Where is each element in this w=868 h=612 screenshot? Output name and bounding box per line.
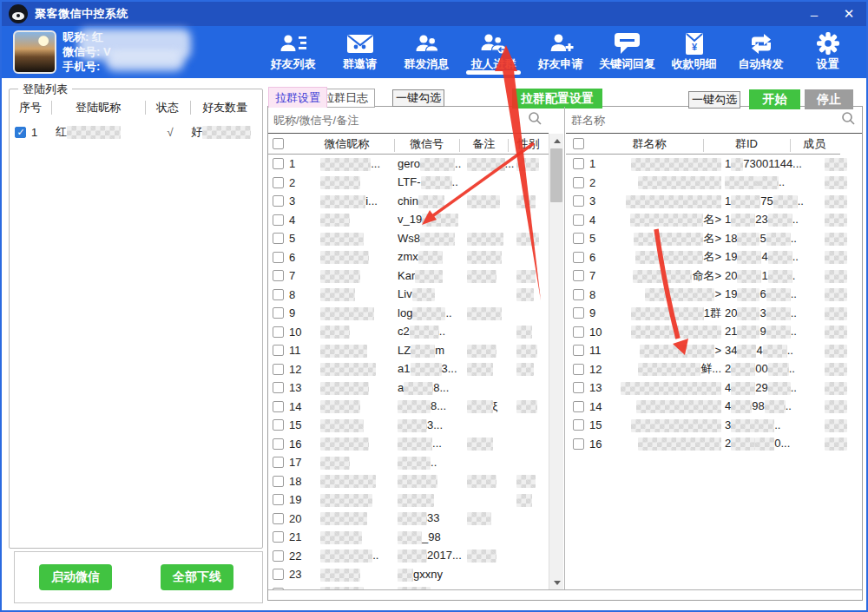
row-checkbox[interactable]: [573, 158, 584, 169]
row-checkbox[interactable]: [573, 382, 584, 393]
group-row[interactable]: 11 > 344..: [566, 341, 862, 360]
group-search-input[interactable]: [566, 114, 841, 127]
row-checkbox[interactable]: [573, 233, 584, 244]
group-row[interactable]: 4 名> 123..: [566, 211, 862, 230]
group-row[interactable]: 6 名> 194..: [566, 248, 862, 267]
group-row[interactable]: 12 鲜... 200..: [566, 360, 862, 379]
close-button[interactable]: ✕: [832, 2, 866, 26]
row-checkbox[interactable]: [273, 438, 284, 450]
group-row[interactable]: 2 ..: [566, 174, 862, 193]
tab-pull-group-settings[interactable]: 拉群设置: [268, 87, 327, 108]
toolbar-item-keyword-reply[interactable]: 关键词回复: [594, 26, 661, 72]
friend-row[interactable]: 2 LTF-..: [268, 174, 549, 193]
toolbar-item-friend-list[interactable]: 好友列表: [260, 26, 326, 72]
friend-row[interactable]: 8 Liv: [268, 286, 549, 305]
friend-row[interactable]: 18: [268, 472, 549, 491]
friend-row[interactable]: 13 a8...: [268, 378, 549, 398]
row-checkbox[interactable]: [573, 214, 584, 226]
friend-row[interactable]: 20 33: [268, 510, 549, 529]
toolbar-item-auto-forward[interactable]: 自动转发: [727, 26, 794, 72]
friend-table-scrollbar[interactable]: [549, 134, 563, 589]
friend-row[interactable]: 23 gxxny: [268, 565, 549, 584]
row-checkbox[interactable]: [573, 252, 584, 263]
row-checkbox[interactable]: [273, 233, 284, 244]
scrollbar-up-arrow[interactable]: [549, 134, 564, 148]
row-checkbox[interactable]: [273, 569, 284, 580]
friend-row[interactable]: 3 i... chin: [268, 192, 549, 211]
friend-row[interactable]: 16 ...: [268, 435, 549, 454]
friend-row[interactable]: 4 v_19: [268, 211, 549, 230]
select-all-groups-button[interactable]: 一键勾选: [688, 91, 740, 109]
friend-row[interactable]: 9 log..: [268, 304, 549, 323]
friend-row[interactable]: 17 ..: [268, 453, 549, 472]
login-row-checkbox[interactable]: [15, 127, 26, 138]
row-checkbox[interactable]: [273, 270, 284, 281]
group-row[interactable]: 13 429..: [566, 378, 862, 398]
group-row[interactable]: 1 173001144...: [566, 155, 862, 174]
row-checkbox[interactable]: [573, 364, 584, 375]
row-checkbox[interactable]: [573, 307, 584, 319]
start-wechat-button[interactable]: 启动微信: [39, 564, 112, 590]
row-checkbox[interactable]: [573, 270, 584, 281]
row-checkbox[interactable]: [573, 401, 584, 412]
row-checkbox[interactable]: [273, 513, 284, 524]
friend-row[interactable]: 7 Kar: [268, 267, 549, 286]
row-checkbox[interactable]: [573, 345, 584, 356]
friend-select-all-checkbox[interactable]: [273, 138, 284, 149]
group-row[interactable]: 15 3..: [566, 416, 862, 435]
select-all-friends-button[interactable]: 一键勾选: [392, 89, 444, 107]
row-checkbox[interactable]: [273, 457, 284, 468]
row-checkbox[interactable]: [273, 419, 284, 431]
friend-row[interactable]: 15 3...: [268, 416, 549, 435]
row-checkbox[interactable]: [573, 326, 584, 338]
friend-row[interactable]: 11 LZm: [268, 341, 549, 360]
group-select-all-checkbox[interactable]: [573, 138, 584, 149]
group-row[interactable]: 3 175..: [566, 192, 862, 211]
toolbar-item-mass-message[interactable]: 群发消息: [393, 26, 460, 72]
friend-row[interactable]: 12 a13...: [268, 360, 549, 379]
toolbar-item-settings-gear[interactable]: 设置: [794, 26, 861, 72]
friend-search-input[interactable]: [268, 114, 528, 127]
toolbar-item-friend-request[interactable]: 好友申请: [527, 26, 594, 72]
group-row[interactable]: 16 20...: [566, 435, 862, 454]
row-checkbox[interactable]: [273, 214, 284, 226]
group-row[interactable]: 8 > 196..: [566, 286, 862, 305]
row-checkbox[interactable]: [273, 289, 284, 300]
scrollbar-down-arrow[interactable]: [549, 576, 564, 589]
friend-row[interactable]: 1 ... gero.. ...: [268, 155, 549, 174]
row-checkbox[interactable]: [273, 401, 284, 412]
group-row[interactable]: 14 498..: [566, 398, 862, 417]
group-row[interactable]: 10 219..: [566, 323, 862, 342]
row-checkbox[interactable]: [273, 550, 284, 562]
friend-row[interactable]: 21 _98: [268, 528, 549, 547]
scrollbar-thumb[interactable]: [550, 148, 562, 202]
row-checkbox[interactable]: [273, 364, 284, 375]
row-checkbox[interactable]: [273, 252, 284, 263]
login-row[interactable]: 1 红 √ 好: [10, 124, 262, 140]
toolbar-item-group-invite[interactable]: 群邀请: [326, 26, 393, 72]
friend-row[interactable]: 24: [268, 584, 549, 590]
row-checkbox[interactable]: [273, 476, 284, 487]
toolbar-item-pull-into-group[interactable]: 拉人进群: [460, 26, 527, 72]
group-row[interactable]: 7 命名> 201.: [566, 267, 862, 286]
row-checkbox[interactable]: [273, 326, 284, 338]
friend-row[interactable]: 5 Ws8: [268, 229, 549, 248]
row-checkbox[interactable]: [273, 195, 284, 207]
friend-row[interactable]: 6 zmx: [268, 248, 549, 267]
row-checkbox[interactable]: [573, 289, 584, 300]
row-checkbox[interactable]: [573, 419, 584, 431]
row-checkbox[interactable]: [573, 195, 584, 207]
friend-row[interactable]: 10 c2..: [268, 323, 549, 342]
row-checkbox[interactable]: [573, 438, 584, 450]
row-checkbox[interactable]: [273, 307, 284, 319]
row-checkbox[interactable]: [273, 158, 284, 169]
minimize-button[interactable]: –: [797, 2, 832, 26]
row-checkbox[interactable]: [273, 588, 284, 589]
row-checkbox[interactable]: [273, 345, 284, 356]
friend-row[interactable]: 14 8... ξ: [268, 398, 549, 417]
row-checkbox[interactable]: [273, 382, 284, 393]
toolbar-item-payment-detail[interactable]: ¥ 收款明细: [661, 26, 727, 72]
group-row[interactable]: 5 名> 185..: [566, 229, 862, 248]
group-row[interactable]: 9 1群 203..: [566, 304, 862, 323]
pull-group-config-button[interactable]: 拉群配置设置: [512, 89, 602, 109]
